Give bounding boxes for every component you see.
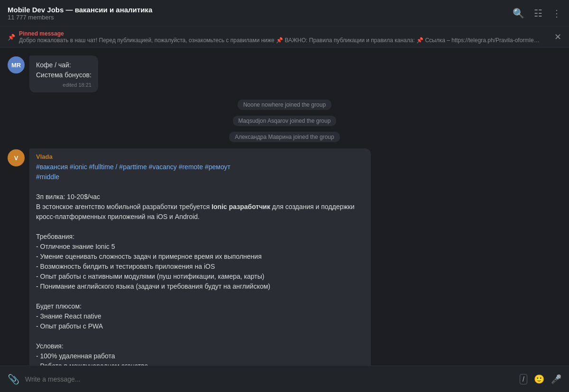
vlada-message-bubble: Vlada #вакансия #ionic #fulltime / #part… (29, 148, 371, 365)
attach-icon[interactable]: 📎 (8, 374, 19, 385)
pin-icon: 📌 (8, 34, 15, 41)
pinned-bar[interactable]: 📌 Pinned message Добро пожаловать в наш … (0, 27, 569, 48)
mic-icon[interactable]: 🎤 (551, 374, 561, 384)
salary: Зп вилка: 10-20$/час (36, 193, 100, 201)
hashtags: #вакансия #ionic #fulltime / #parttime #… (36, 163, 230, 171)
message-time: edited 18:21 (36, 82, 92, 88)
message-row: MR Кофе / чай: Система бонусов: edited 1… (0, 54, 569, 94)
input-right-icons: / 🙂 🎤 (520, 374, 561, 384)
header-info: Mobile Dev Jobs — вакансии и аналитика 1… (8, 6, 513, 21)
pinned-text: Добро пожаловать в наш чат! Перед публик… (19, 37, 541, 44)
emoji-icon[interactable]: 🙂 (534, 374, 544, 384)
avatar: MR (8, 56, 25, 73)
system-message-1: Noone nowhere joined the group (0, 98, 569, 110)
search-icon[interactable]: 🔍 (513, 8, 524, 19)
layout-icon[interactable]: ☷ (534, 8, 542, 19)
commands-icon[interactable]: / (520, 374, 527, 384)
message-text: Кофе / чай: Система бонусов: (36, 60, 92, 80)
member-count: 11 777 members (8, 14, 513, 21)
pinned-label: Pinned message (19, 30, 549, 37)
vlada-message-row: V Vlada #вакансия #ionic #fulltime / #pa… (0, 146, 569, 365)
input-bar: 📎 / 🙂 🎤 (0, 365, 569, 392)
vlada-body: В эстонское агентство мобильной разработ… (36, 203, 355, 365)
sender-name: Vlada (36, 153, 364, 160)
header-icons: 🔍 ☷ ⋮ (513, 8, 561, 19)
chat-area: MR Кофе / чай: Система бонусов: edited 1… (0, 48, 569, 365)
avatar: V (8, 149, 25, 166)
system-message-2: Maqsudjon Asqarov joined the group (0, 114, 569, 127)
system-message-3: Александра Маврина joined the group (0, 130, 569, 143)
pinned-content: Pinned message Добро пожаловать в наш ча… (19, 30, 549, 44)
message-bubble: Кофе / чай: Система бонусов: edited 18:2… (29, 55, 98, 92)
hashtag-middle: #middle (36, 173, 59, 181)
close-icon[interactable]: ✕ (554, 32, 561, 42)
message-text: #вакансия #ionic #fulltime / #parttime #… (36, 162, 364, 365)
chat-title: Mobile Dev Jobs — вакансии и аналитика (8, 6, 513, 14)
message-input[interactable] (25, 375, 514, 383)
chat-header: Mobile Dev Jobs — вакансии и аналитика 1… (0, 0, 569, 27)
more-icon[interactable]: ⋮ (552, 8, 561, 19)
